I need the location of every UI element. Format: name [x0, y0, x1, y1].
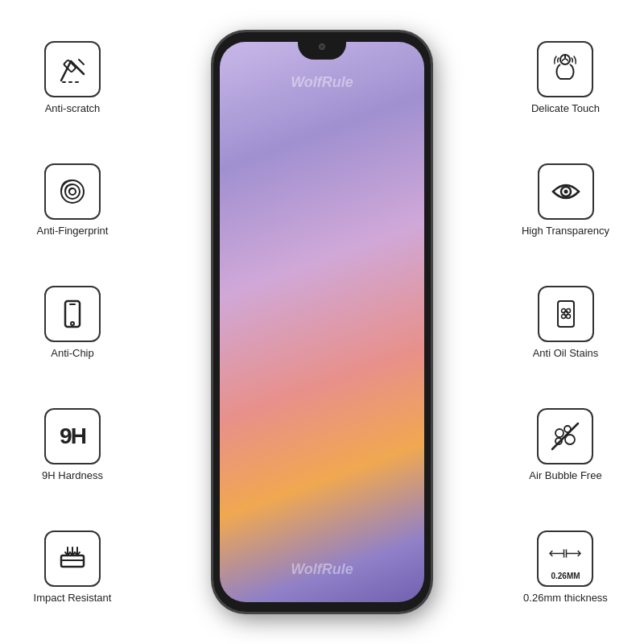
- product-page: Anti-scratch Anti-Fingerprint: [0, 0, 644, 644]
- feature-9h-hardness: 9H 9H Hardness: [42, 408, 103, 481]
- scratch-icon: [55, 52, 90, 87]
- phone-display: WolfRule WolfRule: [213, 32, 431, 612]
- eye-icon: [548, 174, 584, 209]
- feature-high-transparency: High Transparency: [522, 163, 609, 237]
- left-features-column: Anti-scratch Anti-Fingerprint: [8, 0, 137, 644]
- air-bubble-icon-box: [537, 408, 593, 464]
- feature-delicate-touch: Delicate Touch: [531, 41, 600, 114]
- anti-scratch-icon-box: [44, 41, 101, 97]
- feature-air-bubble-free: Air Bubble Free: [529, 408, 601, 481]
- anti-oil-label: Anti Oil Stains: [533, 347, 599, 359]
- fingerprint-icon: [55, 174, 90, 209]
- watermark-bottom: WolfRule: [291, 561, 353, 578]
- thickness-value-text: 0.26MM: [551, 572, 580, 580]
- feature-anti-oil: Anti Oil Stains: [533, 286, 599, 359]
- anti-chip-icon-box: [44, 286, 101, 342]
- bubble-icon: [547, 419, 583, 454]
- 9h-icon-box: 9H: [44, 408, 101, 464]
- 9h-hardness-label: 9H Hardness: [42, 469, 103, 481]
- touch-icon: [547, 52, 583, 87]
- watermark-top: WolfRule: [291, 74, 353, 91]
- phone-icon: [55, 296, 90, 332]
- oil-icon: [548, 296, 584, 332]
- feature-thickness: 0.26MM 0.26mm thickness: [523, 530, 608, 604]
- thickness-arrows-icon: [547, 537, 583, 570]
- svg-rect-22: [558, 301, 574, 327]
- impact-icon: [55, 541, 90, 576]
- right-features-column: Delicate Touch High Transparency: [495, 0, 636, 644]
- phone-body: WolfRule WolfRule: [213, 32, 431, 612]
- svg-point-21: [564, 189, 568, 193]
- anti-fingerprint-label: Anti-Fingerprint: [37, 225, 109, 237]
- impact-icon-box: [44, 530, 101, 587]
- delicate-touch-label: Delicate Touch: [531, 102, 600, 114]
- feature-impact-resistant: Impact Resistant: [34, 530, 112, 604]
- high-transparency-label: High Transparency: [522, 225, 609, 237]
- anti-fingerprint-icon-box: [44, 163, 101, 220]
- thickness-label: 0.26mm thickness: [523, 592, 608, 604]
- anti-scratch-label: Anti-scratch: [45, 102, 101, 114]
- anti-oil-icon-box: [538, 286, 594, 342]
- svg-point-27: [564, 311, 568, 315]
- feature-anti-chip: Anti-Chip: [44, 286, 101, 359]
- phone-camera: [319, 43, 325, 50]
- air-bubble-free-label: Air Bubble Free: [529, 469, 601, 481]
- svg-point-12: [71, 322, 74, 325]
- high-transparency-icon-box: [538, 163, 594, 220]
- thickness-icon-box: 0.26MM: [537, 530, 593, 587]
- svg-line-3: [79, 60, 84, 64]
- anti-chip-label: Anti-Chip: [51, 347, 93, 359]
- phone-screen: WolfRule WolfRule: [220, 42, 424, 602]
- delicate-touch-icon-box: [537, 41, 593, 97]
- feature-anti-scratch: Anti-scratch: [44, 41, 101, 114]
- svg-point-28: [555, 429, 564, 437]
- feature-anti-fingerprint: Anti-Fingerprint: [37, 163, 109, 237]
- impact-resistant-label: Impact Resistant: [34, 592, 112, 604]
